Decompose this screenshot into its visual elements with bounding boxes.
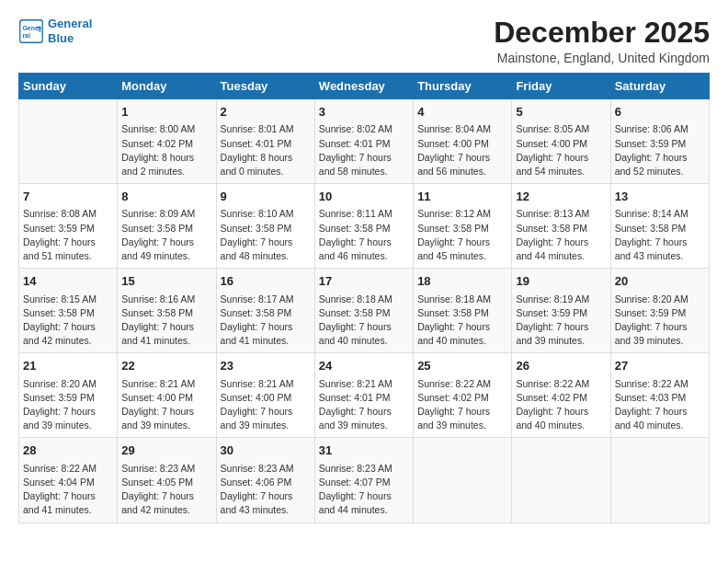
- day-number: 17: [319, 273, 409, 290]
- day-detail: Sunrise: 8:21 AMSunset: 4:00 PMDaylight:…: [221, 377, 311, 433]
- calendar-cell: 23Sunrise: 8:21 AMSunset: 4:00 PMDayligh…: [216, 353, 314, 438]
- day-number: 7: [23, 189, 113, 205]
- calendar-cell: 11Sunrise: 8:12 AMSunset: 3:58 PMDayligh…: [414, 184, 512, 269]
- day-detail: Sunrise: 8:18 AMSunset: 3:58 PMDaylight:…: [319, 293, 409, 349]
- calendar-cell: 7Sunrise: 8:08 AMSunset: 3:59 PMDaylight…: [19, 184, 118, 269]
- day-detail: Sunrise: 8:11 AMSunset: 3:58 PMDaylight:…: [319, 207, 409, 263]
- col-header-friday: Friday: [512, 74, 610, 99]
- calendar-week-row: 1Sunrise: 8:00 AMSunset: 4:02 PMDaylight…: [19, 99, 710, 184]
- calendar-cell: 12Sunrise: 8:13 AMSunset: 3:58 PMDayligh…: [512, 184, 610, 269]
- col-header-saturday: Saturday: [610, 74, 709, 99]
- col-header-tuesday: Tuesday: [216, 74, 314, 99]
- day-number: 20: [615, 273, 705, 290]
- calendar-cell: 1Sunrise: 8:00 AMSunset: 4:02 PMDaylight…: [118, 99, 216, 184]
- day-number: 25: [417, 358, 507, 374]
- day-number: 27: [615, 358, 705, 374]
- calendar-cell: 16Sunrise: 8:17 AMSunset: 3:58 PMDayligh…: [216, 269, 314, 353]
- calendar-cell: [19, 99, 118, 184]
- day-number: 14: [23, 273, 113, 290]
- calendar-cell: 17Sunrise: 8:18 AMSunset: 3:58 PMDayligh…: [314, 269, 413, 353]
- col-header-monday: Monday: [118, 74, 216, 99]
- calendar-cell: 31Sunrise: 8:23 AMSunset: 4:07 PMDayligh…: [314, 438, 413, 523]
- day-detail: Sunrise: 8:01 AMSunset: 4:01 PMDaylight:…: [221, 122, 311, 178]
- logo-text: General Blue: [48, 17, 92, 45]
- day-detail: Sunrise: 8:19 AMSunset: 3:59 PMDaylight:…: [516, 293, 606, 349]
- svg-text:ral: ral: [22, 32, 30, 39]
- page-title: December 2025: [494, 17, 710, 49]
- calendar-table: SundayMondayTuesdayWednesdayThursdayFrid…: [18, 73, 710, 523]
- day-number: 22: [121, 358, 211, 374]
- calendar-week-row: 14Sunrise: 8:15 AMSunset: 3:58 PMDayligh…: [19, 269, 710, 353]
- calendar-cell: 27Sunrise: 8:22 AMSunset: 4:03 PMDayligh…: [610, 353, 709, 438]
- calendar-cell: 19Sunrise: 8:19 AMSunset: 3:59 PMDayligh…: [512, 269, 610, 353]
- title-block: December 2025 Mainstone, England, United…: [494, 17, 710, 65]
- day-number: 21: [23, 358, 113, 374]
- day-detail: Sunrise: 8:15 AMSunset: 3:58 PMDaylight:…: [23, 293, 113, 349]
- day-detail: Sunrise: 8:23 AMSunset: 4:05 PMDaylight:…: [121, 462, 211, 518]
- header: Gene- ral General Blue December 2025 Mai…: [18, 17, 710, 65]
- day-number: 2: [221, 104, 311, 121]
- day-detail: Sunrise: 8:14 AMSunset: 3:58 PMDaylight:…: [615, 207, 705, 263]
- logo: Gene- ral General Blue: [18, 17, 92, 45]
- day-number: 19: [516, 273, 606, 290]
- page-subtitle: Mainstone, England, United Kingdom: [494, 51, 710, 65]
- calendar-cell: 6Sunrise: 8:06 AMSunset: 3:59 PMDaylight…: [610, 99, 709, 184]
- calendar-cell: 26Sunrise: 8:22 AMSunset: 4:02 PMDayligh…: [512, 353, 610, 438]
- calendar-cell: 28Sunrise: 8:22 AMSunset: 4:04 PMDayligh…: [19, 438, 118, 523]
- day-detail: Sunrise: 8:22 AMSunset: 4:04 PMDaylight:…: [23, 462, 113, 518]
- day-number: 24: [319, 358, 409, 374]
- day-detail: Sunrise: 8:06 AMSunset: 3:59 PMDaylight:…: [615, 122, 705, 178]
- calendar-week-row: 21Sunrise: 8:20 AMSunset: 3:59 PMDayligh…: [19, 353, 710, 438]
- calendar-cell: 5Sunrise: 8:05 AMSunset: 4:00 PMDaylight…: [512, 99, 610, 184]
- day-detail: Sunrise: 8:22 AMSunset: 4:02 PMDaylight:…: [516, 377, 606, 433]
- page: Gene- ral General Blue December 2025 Mai…: [0, 0, 728, 563]
- logo-icon: Gene- ral: [18, 18, 44, 44]
- calendar-cell: 13Sunrise: 8:14 AMSunset: 3:58 PMDayligh…: [610, 184, 709, 269]
- day-detail: Sunrise: 8:22 AMSunset: 4:03 PMDaylight:…: [615, 377, 705, 433]
- day-detail: Sunrise: 8:21 AMSunset: 4:01 PMDaylight:…: [319, 377, 409, 433]
- calendar-cell: [414, 438, 512, 523]
- day-number: 9: [221, 189, 311, 205]
- calendar-cell: 14Sunrise: 8:15 AMSunset: 3:58 PMDayligh…: [19, 269, 118, 353]
- calendar-cell: 3Sunrise: 8:02 AMSunset: 4:01 PMDaylight…: [314, 99, 413, 184]
- day-detail: Sunrise: 8:18 AMSunset: 3:58 PMDaylight:…: [417, 293, 507, 349]
- day-detail: Sunrise: 8:00 AMSunset: 4:02 PMDaylight:…: [121, 122, 211, 178]
- day-number: 1: [121, 104, 211, 121]
- day-detail: Sunrise: 8:23 AMSunset: 4:07 PMDaylight:…: [319, 462, 409, 518]
- day-number: 31: [319, 442, 409, 459]
- day-detail: Sunrise: 8:17 AMSunset: 3:58 PMDaylight:…: [221, 293, 311, 349]
- calendar-cell: 21Sunrise: 8:20 AMSunset: 3:59 PMDayligh…: [19, 353, 118, 438]
- calendar-cell: 24Sunrise: 8:21 AMSunset: 4:01 PMDayligh…: [314, 353, 413, 438]
- day-number: 6: [615, 104, 705, 121]
- day-number: 18: [417, 273, 507, 290]
- day-number: 3: [319, 104, 409, 121]
- day-number: 4: [417, 104, 507, 121]
- day-number: 23: [221, 358, 311, 374]
- col-header-wednesday: Wednesday: [314, 74, 413, 99]
- calendar-header-row: SundayMondayTuesdayWednesdayThursdayFrid…: [19, 74, 710, 99]
- calendar-cell: 9Sunrise: 8:10 AMSunset: 3:58 PMDaylight…: [216, 184, 314, 269]
- day-detail: Sunrise: 8:02 AMSunset: 4:01 PMDaylight:…: [319, 122, 409, 178]
- day-number: 8: [121, 189, 211, 205]
- calendar-week-row: 7Sunrise: 8:08 AMSunset: 3:59 PMDaylight…: [19, 184, 710, 269]
- day-number: 11: [417, 189, 507, 205]
- day-detail: Sunrise: 8:16 AMSunset: 3:58 PMDaylight:…: [121, 293, 211, 349]
- calendar-cell: 18Sunrise: 8:18 AMSunset: 3:58 PMDayligh…: [414, 269, 512, 353]
- calendar-cell: 15Sunrise: 8:16 AMSunset: 3:58 PMDayligh…: [118, 269, 216, 353]
- day-detail: Sunrise: 8:12 AMSunset: 3:58 PMDaylight:…: [417, 207, 507, 263]
- day-detail: Sunrise: 8:08 AMSunset: 3:59 PMDaylight:…: [23, 207, 113, 263]
- calendar-cell: 10Sunrise: 8:11 AMSunset: 3:58 PMDayligh…: [314, 184, 413, 269]
- day-detail: Sunrise: 8:21 AMSunset: 4:00 PMDaylight:…: [121, 377, 211, 433]
- day-detail: Sunrise: 8:10 AMSunset: 3:58 PMDaylight:…: [221, 207, 311, 263]
- calendar-cell: 29Sunrise: 8:23 AMSunset: 4:05 PMDayligh…: [118, 438, 216, 523]
- logo-line1: General: [48, 17, 92, 30]
- day-number: 12: [516, 189, 606, 205]
- day-detail: Sunrise: 8:20 AMSunset: 3:59 PMDaylight:…: [615, 293, 705, 349]
- calendar-cell: 25Sunrise: 8:22 AMSunset: 4:02 PMDayligh…: [414, 353, 512, 438]
- day-detail: Sunrise: 8:09 AMSunset: 3:58 PMDaylight:…: [121, 207, 211, 263]
- day-detail: Sunrise: 8:20 AMSunset: 3:59 PMDaylight:…: [23, 377, 113, 433]
- calendar-cell: 20Sunrise: 8:20 AMSunset: 3:59 PMDayligh…: [610, 269, 709, 353]
- day-detail: Sunrise: 8:23 AMSunset: 4:06 PMDaylight:…: [221, 462, 311, 518]
- calendar-cell: [512, 438, 610, 523]
- day-number: 10: [319, 189, 409, 205]
